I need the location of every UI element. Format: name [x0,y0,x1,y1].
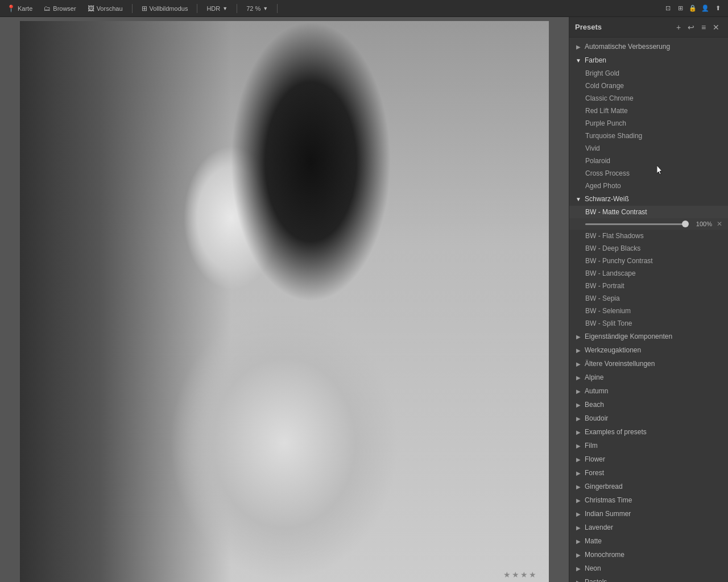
monochrome-label: Monochrome [585,551,624,559]
neon-label: Neon [585,564,601,572]
preset-bw-flat-shadows[interactable]: BW - Flat Shadows [569,230,728,242]
chevron-right-icon: ▶ [575,333,582,340]
toolbar-hdr[interactable]: HDR ▼ [204,4,230,13]
toolbar-vorschau[interactable]: 🖼 Vorschau [85,3,125,14]
lavender-label: Lavender [585,523,613,531]
chevron-right-icon: ▶ [575,510,582,517]
chevron-right-icon: ▶ [575,551,582,558]
preset-label: Aged Photo [585,182,621,190]
toolbar-zoom[interactable]: 72 % ▼ [244,4,270,13]
preset-bw-matte-contrast[interactable]: BW - Matte Contrast [569,206,728,218]
preset-label: Polaroid [585,157,610,165]
forest-label: Forest [585,469,604,477]
preset-bw-sepia[interactable]: BW - Sepia [569,292,728,305]
category-beach[interactable]: ▶ Beach [569,398,728,411]
preset-label: BW - Split Tone [585,319,632,327]
opacity-slider[interactable] [585,223,688,225]
chevron-right-icon: ▶ [575,429,582,435]
category-monochrome[interactable]: ▶ Monochrome [569,548,728,562]
preset-label: Cross Process [585,169,630,177]
preset-bw-deep-blacks[interactable]: BW - Deep Blacks [569,242,728,255]
vorschau-label: Vorschau [97,5,123,12]
film-label: Film [585,442,598,450]
category-indian-summer[interactable]: ▶ Indian Summer [569,507,728,521]
category-boudoir[interactable]: ▶ Boudoir [569,411,728,425]
category-examples-of-presets[interactable]: ▶ Examples of presets [569,425,728,439]
matte-label: Matte [585,537,602,545]
toolbar-grid-icon[interactable]: ⊡ [662,3,673,14]
fullscreen-icon: ⊞ [142,5,147,13]
toolbar-karte[interactable]: 📍 Karte [5,3,35,14]
preset-purple-punch[interactable]: Purple Punch [569,117,728,130]
preset-bw-selenium[interactable]: BW - Selenium [569,305,728,317]
preset-classic-chrome[interactable]: Classic Chrome [569,92,728,105]
preset-vivid[interactable]: Vivid [569,142,728,155]
category-automatische-verbesserung[interactable]: ▶ Automatische Verbesserung [569,40,728,53]
photo-image [20,21,549,582]
presets-menu-button[interactable]: ≡ [697,21,710,34]
category-label: Automatische Verbesserung [585,43,670,51]
presets-back-button[interactable]: ↩ [685,21,697,34]
preset-bw-split-tone[interactable]: BW - Split Tone [569,317,728,330]
gingerbread-label: Gingerbread [585,483,623,490]
chevron-right-icon: ▶ [575,374,582,381]
category-film[interactable]: ▶ Film [569,439,728,452]
presets-header: Presets + ↩ ≡ ✕ [569,17,728,38]
toolbar-compare-icon[interactable]: ⊞ [675,3,686,14]
preset-bright-gold[interactable]: Bright Gold [569,67,728,80]
category-gingerbread[interactable]: ▶ Gingerbread [569,480,728,493]
preset-red-lift-matte[interactable]: Red Lift Matte [569,105,728,117]
category-pastels[interactable]: ▶ Pastels [569,575,728,582]
category-werkzeugaktionen[interactable]: ▶ Werkzeugaktionen [569,343,728,357]
category-schwarz-weiss[interactable]: ▼ Schwarz-Weiß [569,192,728,206]
presets-title: Presets [575,23,672,31]
chevron-right-icon: ▶ [575,497,582,504]
preset-aged-photo[interactable]: Aged Photo [569,180,728,192]
toolbar-share-icon[interactable]: ⬆ [712,3,723,14]
preset-cold-orange[interactable]: Cold Orange [569,80,728,92]
category-autumn[interactable]: ▶ Autumn [569,384,728,398]
category-christmas-time[interactable]: ▶ Christmas Time [569,493,728,507]
eigenstaendige-label: Eigenständige Komponenten [585,332,672,340]
boudoir-label: Boudoir [585,414,608,422]
autumn-label: Autumn [585,387,608,395]
toolbar-lock-icon[interactable]: 🔒 [687,3,698,14]
preset-turquoise-shading[interactable]: Turquoise Shading [569,130,728,142]
preset-label: Vivid [585,144,600,152]
category-flower[interactable]: ▶ Flower [569,452,728,466]
chevron-right-icon: ▶ [575,579,582,582]
slider-close-button[interactable]: ✕ [715,220,723,228]
category-farben[interactable]: ▼ Farben [569,53,728,67]
preset-bw-landscape[interactable]: BW - Landscape [569,267,728,280]
christmas-label: Christmas Time [585,496,632,504]
preset-cross-process[interactable]: Cross Process [569,167,728,180]
category-alpine[interactable]: ▶ Alpine [569,371,728,384]
category-neon[interactable]: ▶ Neon [569,562,728,575]
category-matte[interactable]: ▶ Matte [569,534,728,548]
toolbar-browser[interactable]: 🗂 Browser [42,3,78,14]
toolbar-separator-1 [132,4,133,13]
chevron-right-icon: ▶ [575,469,582,476]
category-aeltere-voreinstellungen[interactable]: ▶ Ältere Voreinstellungen [569,357,728,371]
preset-label: Bright Gold [585,69,619,77]
preset-bw-portrait[interactable]: BW - Portrait [569,280,728,292]
chevron-right-icon: ▶ [575,456,582,463]
category-forest[interactable]: ▶ Forest [569,466,728,480]
toolbar-separator-3 [237,4,237,13]
preset-label: Red Lift Matte [585,107,628,115]
toolbar-user-icon[interactable]: 👤 [700,3,711,14]
preset-bw-punchy-contrast[interactable]: BW - Punchy Contrast [569,255,728,267]
preset-label: BW - Punchy Contrast [585,257,653,265]
category-lavender[interactable]: ▶ Lavender [569,521,728,534]
pastels-label: Pastels [585,578,607,582]
chevron-right-icon: ▶ [575,483,582,490]
presets-add-button[interactable]: + [672,21,685,34]
toolbar-vollbild[interactable]: ⊞ Vollbildmodus [139,3,191,14]
chevron-right-icon: ▶ [575,442,582,449]
browser-label: Browser [53,5,76,12]
preset-polaroid[interactable]: Polaroid [569,155,728,167]
chevron-right-icon: ▶ [575,360,582,367]
presets-close-button[interactable]: ✕ [710,21,722,34]
category-eigenstaendige-komponenten[interactable]: ▶ Eigenständige Komponenten [569,330,728,343]
slider-thumb[interactable] [682,221,689,227]
